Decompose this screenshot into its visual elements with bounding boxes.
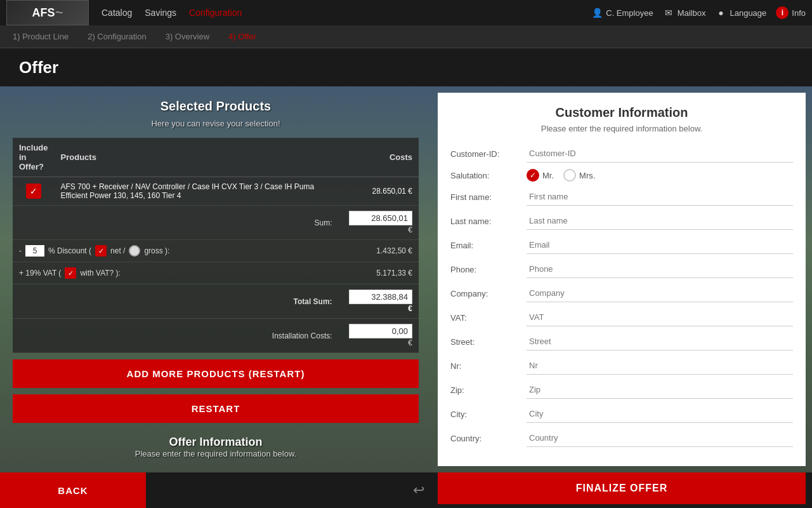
back-button[interactable]: BACK [0, 472, 146, 508]
mrs-radio[interactable] [563, 169, 576, 182]
email-input[interactable] [527, 236, 793, 254]
discount-amount: 1.432,50 € [339, 240, 419, 262]
offer-info-subtitle: Please enter the required information be… [13, 449, 419, 458]
mailbox-menu[interactable]: ✉ Mailbox [663, 7, 706, 18]
net-checkbox[interactable]: ✓ [95, 245, 107, 257]
table-row: ✓ AFS 700 + Receiver / NAV Controller / … [13, 177, 419, 206]
step-product-line[interactable]: 1) Product Line [13, 32, 69, 41]
user-label: C. Employee [606, 8, 653, 18]
finalize-offer-button[interactable]: FINALIZE OFFER [438, 472, 806, 504]
info-label: Info [792, 8, 806, 18]
nr-row: Nr: [450, 357, 793, 375]
nr-label: Nr: [450, 361, 527, 371]
phone-input[interactable] [527, 260, 793, 278]
offer-info-title: Offer Information [13, 436, 419, 449]
selected-products-title: Selected Products [13, 99, 419, 114]
language-menu[interactable]: ● Language [715, 7, 766, 18]
lastname-row: Last name: [450, 212, 793, 230]
nav-right: 👤 C. Employee ✉ Mailbox ● Language i Inf… [591, 6, 806, 19]
mail-icon: ✉ [663, 7, 674, 18]
sum-currency: € [408, 225, 412, 234]
mailbox-label: Mailbox [678, 8, 706, 18]
nav-links: Catalog Savings Configuration [89, 8, 591, 18]
customer-info-title: Customer Information [450, 105, 793, 120]
gross-radio[interactable] [129, 245, 140, 257]
mr-option[interactable]: Mr. [527, 169, 554, 182]
installation-row: Installation Costs: € [13, 319, 419, 353]
zip-label: Zip: [450, 385, 527, 395]
zip-row: Zip: [450, 381, 793, 399]
sum-row: Sum: € [13, 206, 419, 240]
with-vat-label: with VAT? ): [80, 269, 121, 277]
company-row: Company: [450, 284, 793, 302]
logo-text: AFS [32, 6, 55, 20]
vat-prefix: + 19% VAT ( [19, 269, 61, 277]
street-input[interactable] [527, 333, 793, 351]
phone-label: Phone: [450, 265, 527, 274]
company-label: Company: [450, 289, 527, 298]
firstname-input[interactable] [527, 188, 793, 206]
lastname-label: Last name: [450, 217, 527, 226]
product-include-checkbox[interactable]: ✓ [26, 184, 41, 199]
zip-input[interactable] [527, 381, 793, 399]
top-navigation: AFS ~ Catalog Savings Configuration 👤 C.… [0, 0, 812, 25]
nav-savings[interactable]: Savings [145, 8, 176, 18]
left-panel: Selected Products Here you can revise yo… [0, 86, 431, 472]
user-menu[interactable]: 👤 C. Employee [591, 7, 653, 18]
selected-products-subtitle: Here you can revise your selection! [13, 119, 419, 128]
nav-catalog[interactable]: Catalog [102, 8, 132, 18]
mrs-option[interactable]: Mrs. [563, 169, 595, 182]
email-row: Email: [450, 236, 793, 254]
customer-id-input[interactable] [527, 145, 793, 163]
mr-radio[interactable] [527, 169, 539, 182]
vat-field-label: VAT: [450, 313, 527, 323]
street-row: Street: [450, 333, 793, 351]
nav-configuration[interactable]: Configuration [189, 8, 242, 18]
col-products: Products [55, 138, 339, 177]
vat-controls: + 19% VAT ( ✓ with VAT? ): [19, 267, 332, 279]
offer-info-section: Offer Information Please enter the requi… [13, 436, 419, 458]
step-offer[interactable]: 4) Offer [228, 32, 256, 41]
logo-swoosh: ~ [55, 4, 63, 21]
info-menu[interactable]: i Info [776, 6, 806, 19]
customer-info-subtitle: Please enter the required information be… [450, 124, 793, 133]
street-label: Street: [450, 337, 527, 347]
sum-input[interactable] [349, 211, 412, 225]
right-panel: Customer Information Please enter the re… [431, 86, 812, 472]
page-title-bar: Offer [0, 48, 812, 86]
vat-field-input[interactable] [527, 309, 793, 326]
salutation-options: Mr. Mrs. [527, 169, 595, 182]
step-overview[interactable]: 3) Overview [166, 32, 209, 41]
country-input[interactable] [527, 429, 793, 447]
product-cost: 28.650,01 € [339, 177, 419, 206]
total-currency: € [408, 304, 412, 313]
install-input[interactable] [349, 324, 412, 338]
total-row: Total Sum: € [13, 284, 419, 319]
email-label: Email: [450, 241, 527, 250]
vat-row: + 19% VAT ( ✓ with VAT? ): 5.171,33 € [13, 262, 419, 284]
restart-button[interactable]: RESTART [13, 394, 419, 423]
city-label: City: [450, 410, 527, 419]
lastname-input[interactable] [527, 212, 793, 230]
language-label: Language [730, 8, 766, 18]
customer-form: Customer Information Please enter the re… [438, 93, 806, 466]
vat-checkbox[interactable]: ✓ [65, 267, 76, 279]
install-label: Installation Costs: [13, 319, 339, 353]
gross-label: gross ): [144, 246, 169, 255]
discount-row: - % Discount ( ✓ net / gross ): 1.432,50… [13, 240, 419, 262]
discount-prefix: - [19, 246, 22, 255]
nr-input[interactable] [527, 357, 793, 375]
back-nav-icon[interactable]: ↩ [413, 482, 424, 498]
city-input[interactable] [527, 405, 793, 423]
add-products-button[interactable]: ADD MORE PRODUCTS (RESTART) [13, 359, 419, 388]
company-input[interactable] [527, 284, 793, 302]
firstname-label: First name: [450, 192, 527, 202]
user-icon: 👤 [591, 7, 603, 18]
net-label: net / [110, 246, 125, 255]
step-configuration[interactable]: 2) Configuration [88, 32, 147, 41]
total-input[interactable] [349, 290, 412, 304]
discount-input[interactable] [25, 245, 44, 257]
logo[interactable]: AFS ~ [6, 0, 89, 25]
info-badge: i [776, 6, 789, 19]
install-currency: € [408, 338, 412, 347]
